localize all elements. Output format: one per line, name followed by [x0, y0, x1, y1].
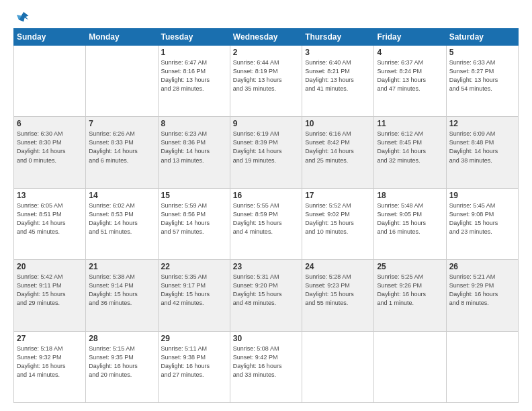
day-number: 27 — [17, 334, 83, 343]
calendar-cell: 30Sunrise: 5:08 AM Sunset: 9:42 PM Dayli… — [230, 331, 302, 402]
day-number: 26 — [449, 262, 515, 271]
day-number: 24 — [305, 262, 371, 271]
page: SundayMondayTuesdayWednesdayThursdayFrid… — [0, 0, 532, 411]
weekday-header-row: SundayMondayTuesdayWednesdayThursdayFrid… — [14, 29, 519, 46]
day-info: Sunrise: 6:19 AM Sunset: 8:39 PM Dayligh… — [233, 130, 299, 165]
day-info: Sunrise: 6:37 AM Sunset: 8:24 PM Dayligh… — [377, 58, 443, 93]
day-info: Sunrise: 6:12 AM Sunset: 8:45 PM Dayligh… — [377, 130, 443, 165]
calendar-cell: 12Sunrise: 6:09 AM Sunset: 8:48 PM Dayli… — [446, 117, 518, 188]
day-number: 28 — [89, 334, 154, 343]
day-info: Sunrise: 5:28 AM Sunset: 9:23 PM Dayligh… — [305, 273, 371, 308]
day-number: 21 — [89, 262, 154, 271]
day-number: 17 — [305, 191, 371, 200]
day-info: Sunrise: 6:33 AM Sunset: 8:27 PM Dayligh… — [449, 58, 515, 93]
calendar-cell — [446, 331, 518, 402]
calendar-cell: 29Sunrise: 5:11 AM Sunset: 9:38 PM Dayli… — [158, 331, 230, 402]
calendar-cell: 27Sunrise: 5:18 AM Sunset: 9:32 PM Dayli… — [14, 331, 86, 402]
calendar-cell — [302, 331, 374, 402]
day-number: 7 — [89, 119, 154, 128]
day-info: Sunrise: 6:44 AM Sunset: 8:19 PM Dayligh… — [233, 58, 299, 93]
calendar-cell: 22Sunrise: 5:35 AM Sunset: 9:17 PM Dayli… — [158, 260, 230, 331]
day-info: Sunrise: 5:45 AM Sunset: 9:08 PM Dayligh… — [449, 201, 515, 236]
weekday-header-tuesday: Tuesday — [158, 29, 230, 46]
calendar-cell — [14, 46, 86, 117]
day-number: 9 — [233, 119, 299, 128]
day-info: Sunrise: 5:25 AM Sunset: 9:26 PM Dayligh… — [377, 273, 443, 308]
day-info: Sunrise: 5:59 AM Sunset: 8:56 PM Dayligh… — [161, 201, 227, 236]
day-info: Sunrise: 6:47 AM Sunset: 8:16 PM Dayligh… — [161, 58, 227, 93]
calendar-cell: 20Sunrise: 5:42 AM Sunset: 9:11 PM Dayli… — [14, 260, 86, 331]
calendar-cell: 2Sunrise: 6:44 AM Sunset: 8:19 PM Daylig… — [230, 46, 302, 117]
calendar-cell: 24Sunrise: 5:28 AM Sunset: 9:23 PM Dayli… — [302, 260, 374, 331]
calendar-cell: 19Sunrise: 5:45 AM Sunset: 9:08 PM Dayli… — [446, 188, 518, 259]
day-number: 5 — [449, 48, 515, 57]
day-number: 30 — [233, 334, 299, 343]
day-info: Sunrise: 6:09 AM Sunset: 8:48 PM Dayligh… — [449, 130, 515, 165]
day-info: Sunrise: 5:42 AM Sunset: 9:11 PM Dayligh… — [17, 273, 83, 308]
day-info: Sunrise: 6:23 AM Sunset: 8:36 PM Dayligh… — [161, 130, 227, 165]
day-info: Sunrise: 5:52 AM Sunset: 9:02 PM Dayligh… — [305, 201, 371, 236]
calendar-cell: 10Sunrise: 6:16 AM Sunset: 8:42 PM Dayli… — [302, 117, 374, 188]
calendar-cell: 3Sunrise: 6:40 AM Sunset: 8:21 PM Daylig… — [302, 46, 374, 117]
day-number: 10 — [305, 119, 371, 128]
calendar-cell — [374, 331, 446, 402]
day-info: Sunrise: 5:18 AM Sunset: 9:32 PM Dayligh… — [17, 345, 83, 379]
calendar-cell: 13Sunrise: 6:05 AM Sunset: 8:51 PM Dayli… — [14, 188, 86, 259]
day-info: Sunrise: 6:05 AM Sunset: 8:51 PM Dayligh… — [17, 201, 83, 236]
calendar-cell: 6Sunrise: 6:30 AM Sunset: 8:30 PM Daylig… — [14, 117, 86, 188]
calendar-cell: 16Sunrise: 5:55 AM Sunset: 8:59 PM Dayli… — [230, 188, 302, 259]
week-row-1: 1Sunrise: 6:47 AM Sunset: 8:16 PM Daylig… — [14, 46, 519, 117]
logo-bird-icon — [15, 9, 30, 24]
day-number: 20 — [17, 262, 83, 271]
day-number: 11 — [377, 119, 443, 128]
calendar-cell: 21Sunrise: 5:38 AM Sunset: 9:14 PM Dayli… — [86, 260, 158, 331]
calendar-cell: 8Sunrise: 6:23 AM Sunset: 8:36 PM Daylig… — [158, 117, 230, 188]
day-info: Sunrise: 6:16 AM Sunset: 8:42 PM Dayligh… — [305, 130, 371, 165]
day-number: 19 — [449, 191, 515, 200]
day-number: 23 — [233, 262, 299, 271]
day-info: Sunrise: 6:26 AM Sunset: 8:33 PM Dayligh… — [89, 130, 154, 165]
calendar-cell — [86, 46, 158, 117]
day-info: Sunrise: 5:48 AM Sunset: 9:05 PM Dayligh… — [377, 201, 443, 236]
day-number: 29 — [161, 334, 227, 343]
calendar-cell: 14Sunrise: 6:02 AM Sunset: 8:53 PM Dayli… — [86, 188, 158, 259]
day-number: 12 — [449, 119, 515, 128]
day-info: Sunrise: 5:11 AM Sunset: 9:38 PM Dayligh… — [161, 345, 227, 379]
day-info: Sunrise: 6:40 AM Sunset: 8:21 PM Dayligh… — [305, 58, 371, 93]
calendar-cell: 7Sunrise: 6:26 AM Sunset: 8:33 PM Daylig… — [86, 117, 158, 188]
day-number: 6 — [17, 119, 83, 128]
weekday-header-sunday: Sunday — [14, 29, 86, 46]
day-info: Sunrise: 6:30 AM Sunset: 8:30 PM Dayligh… — [17, 130, 83, 165]
weekday-header-monday: Monday — [86, 29, 158, 46]
calendar-cell: 23Sunrise: 5:31 AM Sunset: 9:20 PM Dayli… — [230, 260, 302, 331]
week-row-5: 27Sunrise: 5:18 AM Sunset: 9:32 PM Dayli… — [14, 331, 519, 402]
day-number: 14 — [89, 191, 154, 200]
calendar-cell: 18Sunrise: 5:48 AM Sunset: 9:05 PM Dayli… — [374, 188, 446, 259]
day-number: 8 — [161, 119, 227, 128]
day-info: Sunrise: 5:38 AM Sunset: 9:14 PM Dayligh… — [89, 273, 154, 308]
day-info: Sunrise: 5:21 AM Sunset: 9:29 PM Dayligh… — [449, 273, 515, 308]
day-number: 3 — [305, 48, 371, 57]
day-number: 15 — [161, 191, 227, 200]
week-row-4: 20Sunrise: 5:42 AM Sunset: 9:11 PM Dayli… — [14, 260, 519, 331]
calendar-cell: 17Sunrise: 5:52 AM Sunset: 9:02 PM Dayli… — [302, 188, 374, 259]
weekday-header-saturday: Saturday — [446, 29, 518, 46]
weekday-header-friday: Friday — [374, 29, 446, 46]
day-info: Sunrise: 5:55 AM Sunset: 8:59 PM Dayligh… — [233, 201, 299, 236]
day-number: 18 — [377, 191, 443, 200]
day-number: 16 — [233, 191, 299, 200]
week-row-2: 6Sunrise: 6:30 AM Sunset: 8:30 PM Daylig… — [14, 117, 519, 188]
day-number: 22 — [161, 262, 227, 271]
calendar-cell: 28Sunrise: 5:15 AM Sunset: 9:35 PM Dayli… — [86, 331, 158, 402]
calendar-cell: 4Sunrise: 6:37 AM Sunset: 8:24 PM Daylig… — [374, 46, 446, 117]
day-number: 25 — [377, 262, 443, 271]
day-number: 13 — [17, 191, 83, 200]
weekday-header-thursday: Thursday — [302, 29, 374, 46]
calendar-cell: 1Sunrise: 6:47 AM Sunset: 8:16 PM Daylig… — [158, 46, 230, 117]
logo — [13, 11, 30, 24]
day-info: Sunrise: 5:31 AM Sunset: 9:20 PM Dayligh… — [233, 273, 299, 308]
day-info: Sunrise: 5:15 AM Sunset: 9:35 PM Dayligh… — [89, 345, 154, 379]
header — [13, 11, 519, 24]
day-number: 2 — [233, 48, 299, 57]
day-number: 1 — [161, 48, 227, 57]
